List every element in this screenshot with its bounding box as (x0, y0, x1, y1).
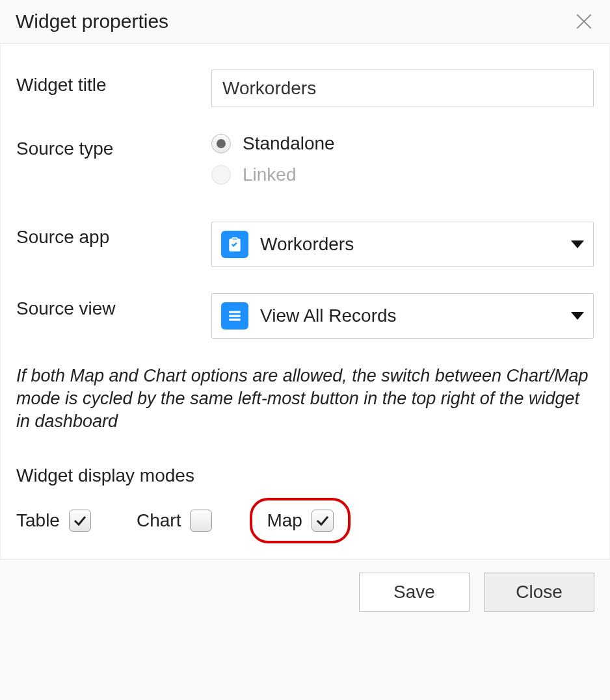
mode-chart-checkbox[interactable] (190, 510, 212, 532)
source-view-select[interactable]: View All Records (211, 293, 594, 339)
source-view-value: View All Records (260, 305, 559, 326)
chevron-down-icon (571, 312, 584, 320)
list-icon (221, 302, 248, 330)
display-modes-title: Widget display modes (16, 465, 594, 486)
mode-chart: Chart (137, 510, 212, 532)
close-icon[interactable] (574, 11, 594, 32)
dialog-title: Widget properties (16, 10, 168, 32)
display-modes-row: Table Chart Map (16, 498, 594, 543)
hint-text: If both Map and Chart options are allowe… (16, 365, 594, 433)
mode-map-highlight: Map (250, 498, 350, 543)
dialog-body: Widget title Source type Standalone Link… (0, 44, 610, 559)
mode-chart-label: Chart (137, 510, 181, 531)
widget-title-label: Widget title (16, 70, 211, 96)
mode-map-label: Map (267, 510, 302, 531)
widget-properties-dialog: Widget properties Widget title Source ty… (0, 0, 610, 631)
source-type-standalone-radio[interactable] (211, 134, 231, 153)
source-type-linked-label: Linked (243, 164, 297, 185)
dialog-header: Widget properties (0, 0, 610, 44)
source-app-row: Source app Workorders (16, 222, 594, 267)
source-type-standalone-label: Standalone (243, 133, 335, 154)
source-type-label: Source type (16, 133, 211, 159)
source-app-select[interactable]: Workorders (211, 222, 594, 267)
chevron-down-icon (571, 240, 584, 248)
mode-table-label: Table (16, 510, 60, 531)
source-app-label: Source app (16, 222, 211, 248)
clipboard-icon (221, 231, 248, 258)
mode-table: Table (16, 510, 91, 532)
source-app-value: Workorders (260, 234, 559, 255)
widget-title-input[interactable] (211, 70, 594, 107)
close-button[interactable]: Close (484, 573, 594, 612)
mode-table-checkbox[interactable] (69, 510, 91, 532)
mode-map-checkbox[interactable] (312, 510, 334, 532)
save-button[interactable]: Save (359, 573, 470, 612)
source-view-row: Source view View All Records (16, 293, 594, 339)
source-type-row: Source type Standalone Linked (16, 133, 594, 196)
source-type-linked-radio[interactable] (211, 165, 231, 185)
source-view-label: Source view (16, 293, 211, 319)
dialog-footer: Save Close (0, 559, 610, 631)
widget-title-row: Widget title (16, 70, 594, 107)
